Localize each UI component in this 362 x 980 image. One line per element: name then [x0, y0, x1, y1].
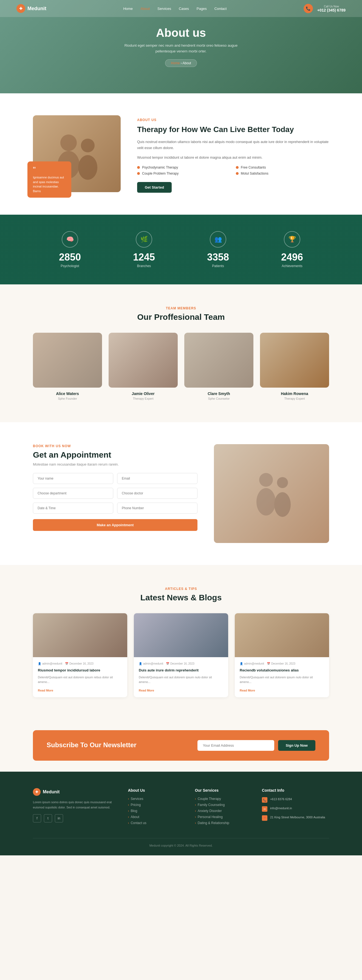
- feature-3: Couple Problem Therapy: [137, 172, 230, 175]
- team-photo-4: [260, 333, 329, 388]
- footer-service-3[interactable]: Anxiety Disorder: [195, 809, 251, 813]
- stat-psychologist: 🧠 2850 Psychologist: [59, 231, 81, 268]
- appointment-image: [214, 444, 329, 543]
- about-section: " Ignisamne ducimus aut and spas molesti…: [0, 93, 362, 215]
- facebook-button[interactable]: f: [33, 814, 41, 822]
- news-title-2: Duis aute irure dolrm reprehenderit: [139, 668, 223, 673]
- phone-input[interactable]: [117, 503, 197, 514]
- svg-point-7: [274, 492, 291, 517]
- twitter-button[interactable]: t: [44, 814, 52, 822]
- doctor-input[interactable]: [117, 488, 197, 499]
- contact-email: ✉ info@medunit.in: [262, 806, 329, 812]
- nav-home[interactable]: Home: [123, 6, 133, 11]
- read-more-1[interactable]: Read More: [38, 689, 53, 692]
- nav-services[interactable]: Services: [157, 6, 171, 11]
- footer-link-contact[interactable]: Contact us: [128, 821, 184, 825]
- logo-icon: ✚: [16, 4, 25, 13]
- team-grid: Alice Waters Sphe Founder Jamie Oliver T…: [33, 333, 329, 400]
- breadcrumb: Home › About: [165, 59, 197, 67]
- team-heading: Our Proffesional Team: [33, 312, 329, 322]
- team-section: Team Members Our Proffesional Team Alice…: [0, 285, 362, 422]
- news-image-1: [33, 613, 127, 657]
- news-body-3: 👤 admin@medunit 📅 December 16, 2023 Reci…: [235, 657, 329, 697]
- read-more-3[interactable]: Read More: [240, 689, 255, 692]
- team-photo-2: [109, 333, 178, 388]
- newsletter-right: Sign Up Now: [197, 740, 315, 751]
- footer-about-us: About Us Services Pricing Blog About Con…: [128, 788, 184, 827]
- footer-link-services[interactable]: Services: [128, 797, 184, 801]
- nav-contact[interactable]: Contact: [214, 6, 227, 11]
- news-section: Articles & Tips Latest News & Blogs 👤 ad…: [0, 565, 362, 719]
- feature-4: Motul Satisfactions: [236, 172, 329, 175]
- footer-service-2[interactable]: Family Counseling: [195, 803, 251, 807]
- about-text: About Us Therapy for How We Can Live Bet…: [137, 115, 329, 193]
- form-row-3: [33, 503, 197, 514]
- make-appointment-button[interactable]: Make an Appointment: [33, 519, 197, 531]
- footer-link-blog[interactable]: Blog: [128, 809, 184, 813]
- nav-menu: Home About Services Cases Pages Contact: [123, 6, 227, 11]
- about-desc2: Wusmod tempor incididunt ut labore et do…: [137, 154, 329, 161]
- news-card-3: 👤 admin@medunit 📅 December 16, 2023 Reci…: [235, 613, 329, 697]
- address-contact-icon: 📍: [262, 815, 267, 821]
- team-name-1: Alice Waters: [33, 391, 102, 396]
- team-photo-3: [184, 333, 253, 388]
- team-name-3: Clare Smyth: [184, 391, 253, 396]
- footer-service-1[interactable]: Couple Therapy: [195, 797, 251, 801]
- stat-icon-patients: 👥: [210, 231, 226, 248]
- footer-contact-title: Contact Info: [262, 788, 329, 792]
- hero-content: About us Riodunt eget semper nec reum an…: [121, 26, 241, 67]
- appointment-heading: Get an Appointment: [33, 450, 197, 460]
- svg-point-3: [78, 155, 97, 180]
- get-started-button[interactable]: Get Started: [137, 182, 171, 193]
- appointment-form: Book With Us Now Get an Appointment Mole…: [33, 444, 197, 531]
- stat-branches: 🌿 1245 Branches: [133, 231, 155, 268]
- news-small-label: Articles & Tips: [33, 587, 329, 591]
- phone-info: Call Us Now +012 (345) 6789: [317, 5, 346, 12]
- footer-contact: Contact Info 📞 +613 8376 6284 ✉ info@med…: [262, 788, 329, 827]
- news-excerpt-2: Deleniti/Quisquam est aut dolorem ipsum …: [139, 675, 223, 685]
- feature-1: Psychodynamic Therapy: [137, 165, 230, 169]
- news-excerpt-1: Deleniti/Quisquam est aut dolorem ipsum …: [38, 675, 122, 685]
- department-input[interactable]: [33, 488, 113, 499]
- appointment-section: Book With Us Now Get an Appointment Mole…: [0, 422, 362, 565]
- team-small-label: Team Members: [33, 306, 329, 310]
- team-role-4: Therapy Expert: [260, 397, 329, 400]
- footer-service-4[interactable]: Personal Healing: [195, 815, 251, 819]
- footer-grid: ✚ Medunit Lorem ipsum somo dolres quis d…: [33, 788, 329, 827]
- form-row-1: [33, 473, 197, 484]
- footer-link-pricing[interactable]: Pricing: [128, 803, 184, 807]
- team-role-2: Therapy Expert: [109, 397, 178, 400]
- team-header: Team Members Our Proffesional Team: [33, 306, 329, 322]
- your-name-input[interactable]: [33, 473, 113, 484]
- nav-cases[interactable]: Cases: [179, 6, 189, 11]
- site-logo[interactable]: ✚ Medunit: [16, 4, 46, 13]
- read-more-2[interactable]: Read More: [139, 689, 154, 692]
- sign-up-button[interactable]: Sign Up Now: [278, 740, 315, 751]
- team-name-2: Jamie Oliver: [109, 391, 178, 396]
- news-image-2: [134, 613, 228, 657]
- news-card-2: 👤 admin@medunit 📅 December 16, 2023 Duis…: [134, 613, 228, 697]
- nav-about[interactable]: About: [140, 6, 150, 11]
- news-title-1: Riusmod tempor incididursud labore: [38, 668, 122, 673]
- news-body-2: 👤 admin@medunit 📅 December 16, 2023 Duis…: [134, 657, 228, 697]
- date-time-input[interactable]: [33, 503, 113, 514]
- breadcrumb-current: About: [183, 61, 191, 65]
- nav-pages[interactable]: Pages: [197, 6, 207, 11]
- newsletter-text: Subscribe To Our Newsletter: [47, 741, 137, 750]
- instagram-button[interactable]: in: [55, 814, 63, 822]
- newsletter-email-input[interactable]: [197, 740, 274, 751]
- svg-point-2: [81, 138, 95, 152]
- news-heading: Latest News & Blogs: [33, 593, 329, 602]
- news-grid: 👤 admin@medunit 📅 December 16, 2023 Rius…: [33, 613, 329, 697]
- hero-title: About us: [121, 26, 241, 40]
- quote-box: " Ignisamne ducimus aut and spas molesti…: [27, 161, 71, 198]
- newsletter-section: Subscribe To Our Newsletter Sign Up Now: [0, 719, 362, 772]
- footer-social: f t in: [33, 814, 117, 822]
- svg-point-4: [259, 473, 273, 487]
- footer-service-5[interactable]: Dating & Relationship: [195, 821, 251, 825]
- footer-link-about[interactable]: About: [128, 815, 184, 819]
- stat-icon-psychologist: 🧠: [62, 231, 78, 248]
- breadcrumb-home[interactable]: Home: [171, 61, 179, 65]
- email-input[interactable]: [117, 473, 197, 484]
- news-body-1: 👤 admin@medunit 📅 December 16, 2023 Rius…: [33, 657, 127, 697]
